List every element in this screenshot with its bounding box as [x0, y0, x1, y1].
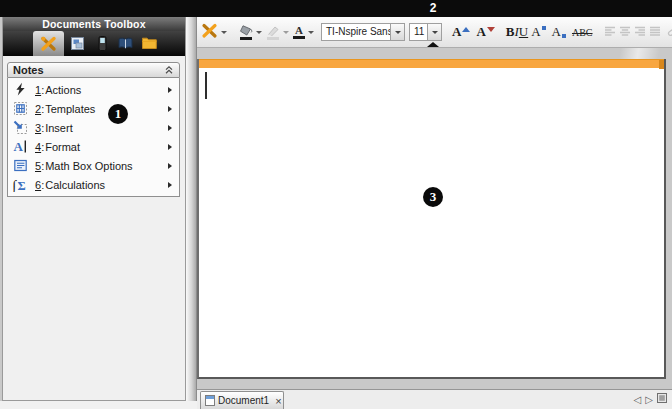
hyperlink-icon[interactable]: [667, 23, 672, 41]
page-header-end-cap: [659, 60, 664, 69]
next-page-icon[interactable]: ▷: [645, 394, 653, 405]
documents-toolbox-panel: Documents Toolbox: [2, 17, 186, 401]
subscript-button[interactable]: A: [549, 24, 569, 40]
menu-item-label: Format: [45, 141, 80, 153]
menu-item-separator: :: [41, 122, 44, 134]
document-tab[interactable]: Document1 ×: [200, 391, 284, 409]
menu-item-actions[interactable]: 1:Actions: [8, 80, 179, 99]
text-color-swatch: [293, 36, 305, 39]
underline-button[interactable]: U: [519, 24, 528, 40]
notes-section-header[interactable]: Notes: [7, 62, 180, 78]
align-right-icon[interactable]: [634, 23, 646, 41]
notes-menu-list: 1:Actions 2:Templates: [7, 78, 180, 197]
tab-content-explorer[interactable]: [141, 35, 158, 52]
previous-page-icon[interactable]: ◁: [634, 394, 642, 405]
document-work-area[interactable]: [197, 48, 672, 389]
book-icon: [117, 35, 134, 52]
dropdown-arrow-icon: [256, 31, 262, 34]
menu-item-insert[interactable]: 3:Insert: [8, 118, 179, 137]
tab-page-sorter[interactable]: [69, 35, 86, 52]
callout-3: 3: [423, 187, 443, 207]
submenu-arrow-icon: [168, 163, 172, 169]
page-sorter-toggle-icon[interactable]: [657, 393, 667, 405]
format-text-icon: A: [12, 139, 29, 154]
menu-item-label: Calculations: [45, 179, 105, 191]
dropdown-arrow-icon: [283, 31, 289, 34]
align-left-icon[interactable]: [604, 23, 616, 41]
font-size-value: 11: [410, 24, 427, 40]
notes-page[interactable]: [197, 59, 666, 379]
dropdown-arrow-icon: [221, 31, 227, 34]
text-cursor: [205, 72, 207, 99]
fill-color-button[interactable]: [237, 23, 264, 42]
submenu-arrow-icon: [168, 182, 172, 188]
page-navigation: ◁ ▷: [634, 393, 672, 409]
alignment-button-group: [604, 23, 661, 41]
superscript-button[interactable]: A: [528, 24, 548, 40]
increase-font-size-button[interactable]: A: [449, 24, 473, 40]
menu-item-separator: :: [41, 141, 44, 153]
strikethrough-button[interactable]: ABC: [569, 27, 596, 38]
svg-text:A: A: [14, 139, 24, 154]
tab-document-tools[interactable]: [40, 35, 57, 52]
close-tab-icon[interactable]: ×: [275, 396, 281, 406]
superscript-letter: A: [531, 24, 540, 40]
top-annotation-band: 2: [0, 0, 672, 17]
font-size-select[interactable]: 11: [409, 23, 442, 41]
templates-grid-icon: [12, 101, 29, 116]
menu-item-label: Insert: [45, 122, 73, 134]
subscript-letter: A: [552, 24, 561, 40]
highlight-color-swatch: [267, 37, 279, 40]
menu-item-templates[interactable]: 2:Templates: [8, 99, 179, 118]
collapse-chevron-icon[interactable]: [164, 65, 174, 75]
folder-icon: [141, 35, 158, 52]
combo-dropdown-button[interactable]: [390, 24, 404, 40]
menu-item-separator: :: [41, 179, 44, 191]
grow-font-letter: A: [452, 24, 461, 40]
text-color-button[interactable]: A: [291, 23, 316, 41]
insert-arrow-icon: [12, 120, 29, 135]
highlight-color-button[interactable]: [264, 23, 291, 42]
active-page-header-bar: [199, 59, 664, 68]
integral-sigma-icon: ∫ Σ: [12, 177, 29, 192]
handheld-icon: [94, 35, 111, 52]
document-tools-button[interactable]: [199, 20, 229, 45]
menu-item-separator: :: [41, 103, 44, 115]
superscript-mark-icon: [542, 26, 546, 30]
panel-splitter[interactable]: [186, 17, 197, 401]
font-family-select[interactable]: TI-Nspire Sans: [321, 23, 405, 41]
callout-1: 1: [108, 104, 128, 124]
align-justify-icon[interactable]: [649, 23, 661, 41]
bottom-left-strip: [0, 401, 197, 409]
decrease-font-size-button[interactable]: A: [473, 24, 497, 40]
down-triangle-icon: [487, 27, 495, 32]
font-family-value: TI-Nspire Sans: [322, 24, 390, 40]
math-box-icon: [12, 158, 29, 173]
submenu-arrow-icon: [168, 87, 172, 93]
submenu-arrow-icon: [168, 144, 172, 150]
menu-item-calculations[interactable]: ∫ Σ 6:Calculations: [8, 175, 179, 194]
menu-item-separator: :: [41, 84, 44, 96]
tab-utilities[interactable]: [117, 35, 134, 52]
paint-bucket-icon: [239, 25, 253, 40]
fill-color-swatch: [240, 37, 252, 40]
notes-menu-box: Notes 1:Actions: [7, 62, 180, 197]
align-center-icon[interactable]: [619, 23, 631, 41]
text-color-icon: A: [293, 25, 305, 39]
text-color-letter: A: [295, 25, 303, 35]
subscript-mark-icon: [562, 34, 566, 38]
svg-text:Σ: Σ: [18, 179, 26, 193]
callout-2: 2: [425, 1, 441, 15]
documents-toolbox-title: Documents Toolbox: [3, 17, 185, 31]
lightning-icon: [12, 82, 29, 97]
menu-item-label: Math Box Options: [45, 160, 132, 172]
combo-dropdown-button[interactable]: [427, 24, 441, 40]
menu-item-format[interactable]: A 4:Format: [8, 137, 179, 156]
tab-handheld-keypad[interactable]: [94, 35, 111, 52]
tinspire-window: 2 Documents Toolbox: [0, 0, 672, 409]
menu-item-separator: :: [41, 160, 44, 172]
document-page-icon: [205, 392, 215, 409]
shrink-font-letter: A: [476, 24, 485, 40]
menu-item-math-box-options[interactable]: 5:Math Box Options: [8, 156, 179, 175]
toolbox-tab-strip: [3, 31, 185, 56]
